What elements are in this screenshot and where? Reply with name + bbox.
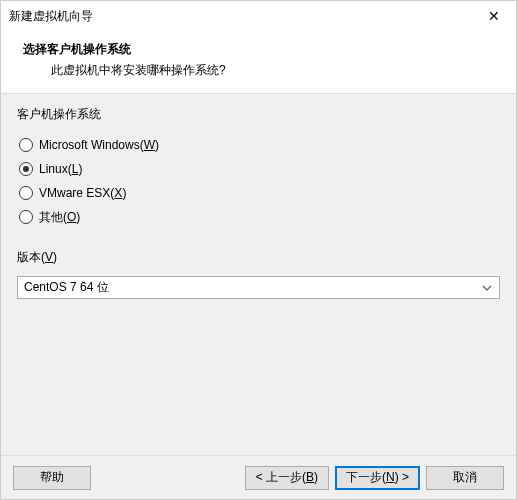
page-subtitle: 此虚拟机中将安装哪种操作系统? [23, 62, 500, 79]
help-button[interactable]: 帮助 [13, 466, 91, 490]
next-button[interactable]: 下一步(N) > [335, 466, 420, 490]
os-option-windows[interactable]: Microsoft Windows(W) [19, 133, 500, 157]
version-select[interactable]: CentOS 7 64 位 [17, 276, 500, 299]
version-select-value: CentOS 7 64 位 [24, 279, 481, 296]
wizard-footer: 帮助 < 上一步(B) 下一步(N) > 取消 [1, 455, 516, 499]
os-option-label: 其他(O) [39, 209, 80, 226]
radio-icon [19, 210, 33, 224]
close-icon: ✕ [488, 8, 500, 24]
radio-icon [19, 186, 33, 200]
os-group-label: 客户机操作系统 [17, 106, 500, 123]
os-option-label: VMware ESX(X) [39, 186, 126, 200]
radio-icon [19, 138, 33, 152]
os-option-vmware-esx[interactable]: VMware ESX(X) [19, 181, 500, 205]
back-button[interactable]: < 上一步(B) [245, 466, 329, 490]
os-radio-group: Microsoft Windows(W) Linux(L) VMware ESX… [17, 133, 500, 229]
titlebar: 新建虚拟机向导 ✕ [1, 1, 516, 31]
radio-icon [19, 162, 33, 176]
os-option-label: Microsoft Windows(W) [39, 138, 159, 152]
os-option-other[interactable]: 其他(O) [19, 205, 500, 229]
window-title: 新建虚拟机向导 [9, 8, 474, 25]
chevron-down-icon [481, 285, 493, 291]
os-option-label: Linux(L) [39, 162, 82, 176]
page-title: 选择客户机操作系统 [23, 41, 500, 58]
wizard-header: 选择客户机操作系统 此虚拟机中将安装哪种操作系统? [1, 31, 516, 93]
close-button[interactable]: ✕ [474, 2, 514, 30]
version-group: 版本(V) CentOS 7 64 位 [17, 249, 500, 299]
version-label: 版本(V) [17, 249, 500, 266]
os-option-linux[interactable]: Linux(L) [19, 157, 500, 181]
content-area: 客户机操作系统 Microsoft Windows(W) Linux(L) VM… [1, 94, 516, 455]
cancel-button[interactable]: 取消 [426, 466, 504, 490]
